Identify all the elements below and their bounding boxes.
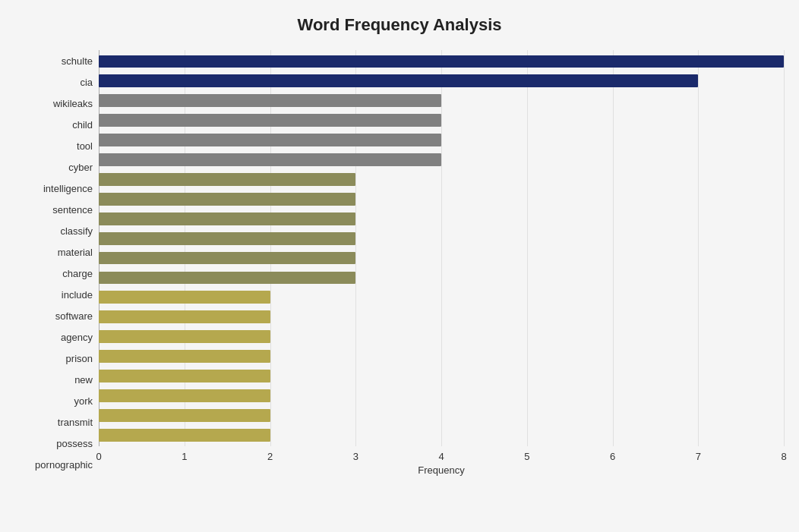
y-axis-label: cia [80, 77, 93, 87]
x-tick-label: 1 [182, 451, 187, 462]
bar [99, 173, 355, 186]
x-tick-label: 6 [610, 451, 615, 462]
chart-title: Word Frequency Analysis [15, 15, 784, 35]
y-axis-label: classify [60, 226, 93, 236]
bar-row [99, 405, 784, 425]
bar-row [99, 307, 784, 327]
bar [99, 389, 270, 402]
bar-row [99, 327, 784, 347]
y-axis-label: agency [61, 332, 93, 342]
y-axis-label: schulte [62, 56, 93, 66]
y-axis-label: york [74, 396, 93, 406]
bar [99, 272, 355, 285]
bar-row [99, 189, 784, 209]
y-axis: schulteciawikileakschildtoolcyberintelli… [15, 50, 99, 476]
x-tick-label: 4 [438, 451, 444, 462]
bar [99, 193, 355, 206]
bar [99, 94, 441, 107]
bars-area [99, 50, 784, 446]
bar-row [99, 91, 784, 111]
grid-line [784, 50, 785, 446]
bar [99, 291, 270, 304]
bar-row [99, 367, 784, 386]
bar [99, 74, 698, 87]
bar-row [99, 248, 784, 268]
x-tick-label: 3 [353, 451, 358, 462]
x-axis-label: Frequency [99, 464, 784, 476]
x-axis: 012345678 [99, 446, 784, 461]
y-axis-label: new [74, 375, 93, 385]
bar-row [99, 169, 784, 189]
y-axis-label: possess [56, 439, 93, 449]
x-tick-label: 2 [267, 451, 273, 462]
bar [99, 350, 270, 363]
bar-row [99, 209, 784, 228]
bar [99, 212, 355, 225]
bar [99, 55, 784, 68]
bar [99, 153, 441, 166]
bar [99, 114, 441, 127]
bar-row [99, 131, 784, 150]
y-axis-label: charge [62, 269, 93, 279]
bar [99, 330, 270, 343]
y-axis-label: material [58, 247, 93, 257]
bar [99, 232, 355, 245]
bar [99, 134, 441, 146]
bar [99, 252, 355, 265]
x-tick-label: 0 [96, 451, 101, 462]
bar-row [99, 386, 784, 405]
bar-row [99, 52, 784, 71]
y-axis-label: intelligence [43, 184, 93, 194]
y-axis-label: software [55, 311, 93, 321]
bar-row [99, 347, 784, 367]
y-axis-label: prison [66, 354, 93, 364]
y-axis-label: transmit [58, 417, 93, 427]
bar-row [99, 268, 784, 288]
bar-row [99, 425, 784, 445]
y-axis-label: wikileaks [53, 99, 93, 109]
bar-row [99, 71, 784, 91]
bar-row [99, 111, 784, 131]
bar-row [99, 150, 784, 170]
y-axis-label: tool [77, 141, 93, 151]
chart-container: Word Frequency Analysis schulteciawikile… [0, 0, 799, 532]
x-tick-label: 5 [524, 451, 529, 462]
y-axis-label: include [62, 290, 93, 300]
x-tick-label: 8 [781, 451, 786, 462]
bar [99, 370, 270, 382]
bar [99, 429, 270, 442]
bar [99, 310, 270, 323]
y-axis-label: cyber [68, 162, 93, 172]
x-tick-label: 7 [696, 451, 701, 462]
bar-row [99, 228, 784, 248]
bars-and-x: 012345678 Frequency [99, 50, 784, 476]
y-axis-label: pornographic [35, 460, 93, 470]
y-axis-label: sentence [52, 205, 93, 215]
bar [99, 409, 270, 422]
y-axis-label: child [72, 120, 93, 130]
bar-row [99, 288, 784, 307]
